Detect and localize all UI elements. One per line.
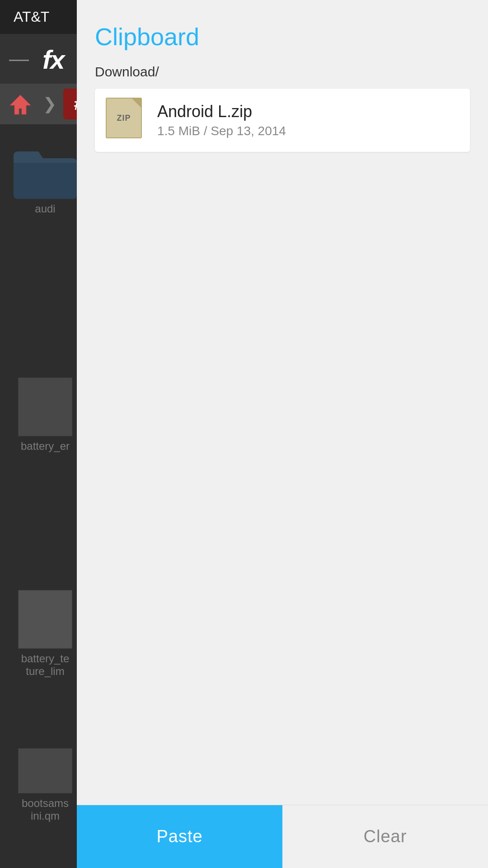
file-meta: 1.5 MiB / Sep 13, 2014 <box>157 124 286 138</box>
dialog-body: Clipboard Download/ ZIP Android L.zip 1.… <box>77 0 488 805</box>
app-logo-prefix: — <box>9 47 29 70</box>
file-name: Android L.zip <box>157 102 286 121</box>
svg-text:fx: fx <box>42 45 66 72</box>
clipboard-dialog: Clipboard Download/ ZIP Android L.zip 1.… <box>77 0 488 868</box>
clear-button[interactable]: Clear <box>282 805 488 868</box>
breadcrumb-home[interactable] <box>0 84 41 124</box>
carrier-label: AT&T <box>14 9 49 25</box>
dialog-path: Download/ <box>95 64 470 80</box>
file-info: Android L.zip 1.5 MiB / Sep 13, 2014 <box>157 102 286 138</box>
zip-label: ZIP <box>117 113 131 123</box>
svg-marker-11 <box>10 95 31 114</box>
dialog-title: Clipboard <box>95 23 470 51</box>
paste-button[interactable]: Paste <box>77 805 282 868</box>
arrow-icon-1: ❯ <box>43 94 56 113</box>
dialog-buttons: Paste Clear <box>77 805 488 868</box>
zip-file-icon: ZIP <box>106 98 146 143</box>
file-item[interactable]: ZIP Android L.zip 1.5 MiB / Sep 13, 2014 <box>95 89 470 152</box>
zip-fold <box>132 99 141 108</box>
